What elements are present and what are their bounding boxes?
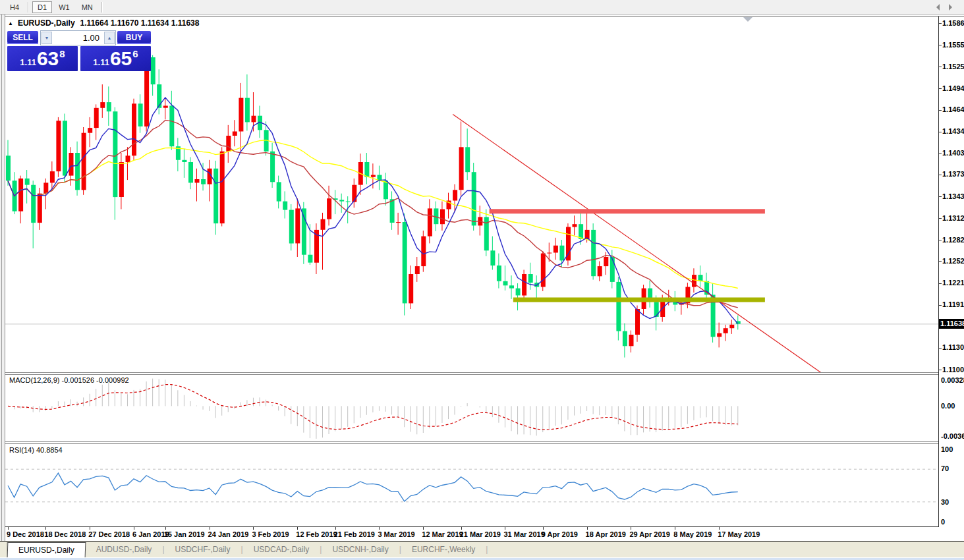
date-tick-mark [297,527,298,530]
sell-button[interactable]: SELL [7,31,38,44]
date-tick-label: 3 Feb 2019 [252,530,289,538]
price-tick-mark [939,175,942,175]
candle-body [346,202,351,202]
candle-body [18,179,23,211]
tab-scroll-left-icon[interactable] [936,4,940,11]
tab-usdcnh[interactable]: USDCNH-,Daily [322,542,399,557]
price-tick-label: 1.15860 [942,19,964,28]
price-tick-label: 1.11910 [942,300,964,309]
macd-pane [8,379,738,439]
rsi-scale-100: 100 [941,445,953,453]
candle-body [459,147,464,190]
buy-price-display[interactable]: 1.11 65 6 [80,46,151,71]
candle-body [151,57,156,84]
candle-body [6,155,11,181]
buy-button[interactable]: BUY [117,31,151,44]
rsi-scale-70: 70 [941,464,949,472]
sell-price-main: 63 [37,47,59,70]
candle-body [233,132,237,136]
buy-price-prefix: 1.11 [93,57,109,67]
candle-body [321,219,326,230]
chart-svg[interactable] [5,16,938,527]
timeframe-button-d1[interactable]: D1 [32,1,52,13]
volume-increase-button[interactable]: ▲ [104,32,115,44]
candle-body [453,190,457,200]
candle-body [138,103,143,126]
price-tick-mark [939,218,942,219]
trade-panel-collapse-icon[interactable]: ▲ [8,20,13,26]
candle-body [63,121,67,175]
date-tick-mark [675,527,675,530]
date-tick-mark [461,527,462,530]
candle-body [169,106,174,147]
date-tick-mark [90,527,90,530]
date-tick-mark [165,527,166,530]
volume-decrease-button[interactable]: ▼ [42,32,52,44]
date-tick-mark [631,527,631,530]
candle-body [213,169,218,223]
candle-body [302,208,306,254]
date-tick-mark [8,527,9,530]
date-tick-mark [210,527,210,530]
date-tick-mark [253,527,254,530]
tab-scroll-right-icon[interactable] [949,4,952,11]
volume-input[interactable] [53,31,103,45]
candle-body [289,210,294,244]
tab-eurchf[interactable]: EURCHF-,Weekly [401,542,486,557]
window-bottom-edge [0,557,964,560]
candle-body [396,222,401,223]
tab-label: USDCNH-,Daily [332,545,388,554]
date-tick-label: 18 Dec 2018 [44,530,86,538]
candle-body [371,175,376,177]
candle-body [308,255,312,263]
chart-canvas[interactable] [5,16,939,527]
candle-body [50,171,55,182]
date-tick-label: 31 Mar 2019 [503,530,544,538]
candle-body [390,199,395,223]
price-tick-mark [939,67,942,67]
candle-body [195,179,200,182]
candle-body [723,328,728,333]
candle-body [364,162,369,177]
candle-body [88,128,92,133]
candle-body [428,208,432,236]
sell-price-display[interactable]: 1.11 63 8 [7,46,78,71]
candle-body [94,108,99,128]
sell-price-pip: 8 [59,48,65,59]
price-tick-mark [939,132,942,132]
window-left-edge [0,14,5,560]
timeframe-button-mn[interactable]: MN [76,1,98,13]
candle-body [579,224,583,239]
date-tick-label: 27 Dec 2018 [88,530,130,538]
date-tick-mark [45,527,46,530]
candle-body [465,147,470,172]
date-axis[interactable]: 9 Dec 201818 Dec 201827 Dec 20186 Jan 20… [5,527,938,540]
candle-body [327,198,331,219]
candle-body [629,335,634,346]
date-tick-mark [423,527,424,530]
tab-usdcad[interactable]: USDCAD-,Daily [243,542,320,557]
candle-body [113,111,117,197]
price-tick-label: 1.14945 [942,84,964,93]
candle-body [591,230,596,276]
date-tick-label: 12 Mar 2019 [422,530,463,538]
chart-ohlc-values: 1.11664 1.11670 1.11634 1.11638 [80,18,200,28]
timeframe-button-h4[interactable]: H4 [5,1,24,13]
price-scale[interactable]: 1.11638 0.003287 0.00 -0.00365 100 70 30… [939,16,964,527]
candle-body [82,133,86,190]
tab-usdchf[interactable]: USDCHF-,Daily [165,542,241,557]
tab-eurusd[interactable]: EURUSD-,Daily [7,542,86,557]
candle-body [573,224,577,227]
price-tick-mark [939,370,942,370]
candle-body [559,246,564,261]
price-tick-mark [939,261,942,262]
candle-body [383,181,388,199]
timeframe-button-w1[interactable]: W1 [53,1,75,13]
price-tick-label: 1.13125 [942,214,964,223]
price-tick-label: 1.12215 [942,279,964,287]
chart-tab-bar: EURUSD-,DailyAUDUSD-,Daily|USDCHF-,Daily… [0,541,964,557]
date-tick-label: 3 Mar 2019 [378,530,414,538]
price-tick-label: 1.14340 [942,127,964,136]
price-tick-label: 1.13735 [942,170,964,179]
tab-audusd[interactable]: AUDUSD-,Daily [86,542,163,557]
